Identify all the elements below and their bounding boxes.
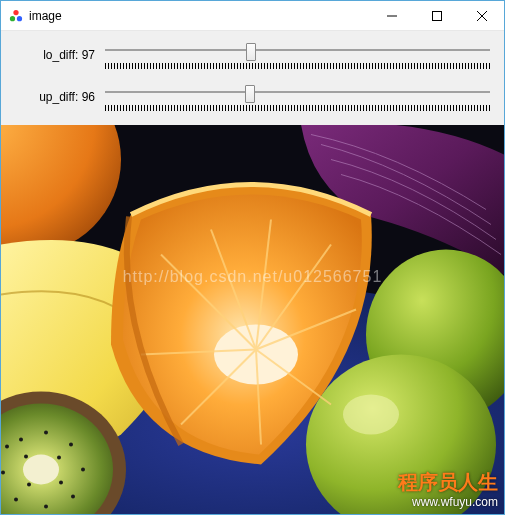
titlebar: image [1, 1, 504, 31]
svg-point-28 [44, 505, 48, 509]
slider-ticks [105, 63, 490, 69]
maximize-button[interactable] [414, 1, 459, 30]
lo-diff-slider[interactable] [105, 41, 490, 59]
svg-point-23 [19, 438, 23, 442]
up-diff-slider[interactable] [105, 83, 490, 101]
window-title: image [29, 9, 62, 23]
svg-point-31 [5, 445, 9, 449]
up-diff-value: 96 [82, 90, 95, 104]
svg-point-26 [81, 468, 85, 472]
svg-point-24 [44, 431, 48, 435]
trackbar-panel: lo_diff: 97 up_diff: 96 [1, 31, 504, 125]
image-viewport[interactable]: http://blog.csdn.net/u012566751 程序员人生 ww… [1, 125, 504, 514]
trackbar-up-diff: up_diff: 96 [15, 83, 490, 111]
svg-rect-3 [432, 11, 441, 20]
svg-point-33 [59, 481, 63, 485]
svg-point-35 [24, 455, 28, 459]
opencv-icon [9, 9, 23, 23]
svg-point-32 [57, 456, 61, 460]
svg-point-27 [71, 495, 75, 499]
close-button[interactable] [459, 1, 504, 30]
fruit-image [1, 125, 504, 514]
svg-point-22 [23, 455, 59, 485]
svg-point-29 [14, 498, 18, 502]
up-diff-label: up_diff: 96 [15, 90, 95, 104]
lo-diff-label: lo_diff: 97 [15, 48, 95, 62]
svg-point-30 [1, 471, 5, 475]
svg-point-25 [69, 443, 73, 447]
minimize-button[interactable] [369, 1, 414, 30]
svg-point-1 [10, 16, 15, 21]
slider-ticks [105, 105, 490, 111]
svg-point-2 [17, 16, 22, 21]
svg-point-34 [27, 483, 31, 487]
lo-diff-value: 97 [82, 48, 95, 62]
trackbar-lo-diff: lo_diff: 97 [15, 41, 490, 69]
svg-point-0 [13, 9, 18, 14]
svg-point-9 [343, 395, 399, 435]
